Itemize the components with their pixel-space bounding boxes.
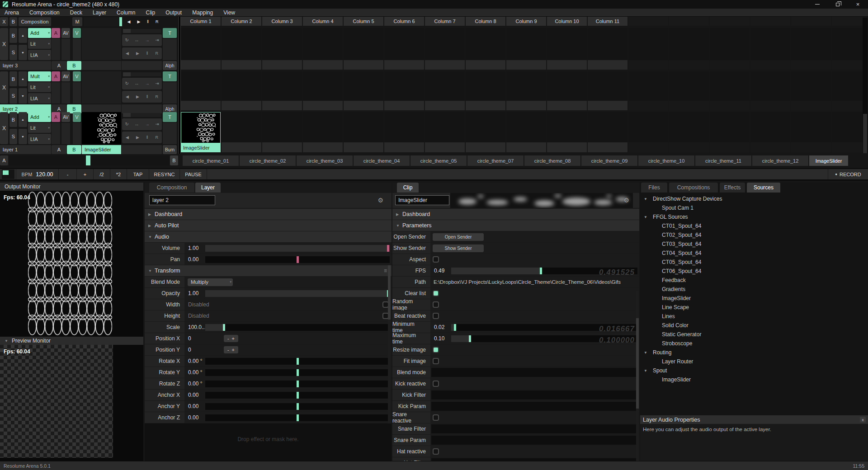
param-slider[interactable]	[205, 403, 390, 410]
clip-cell-empty[interactable]	[669, 71, 709, 101]
clip-cell-empty[interactable]	[710, 28, 750, 60]
param-value[interactable]: 0.02	[430, 324, 451, 330]
param-value[interactable]: 0	[184, 335, 205, 342]
bpm-button-[interactable]: +	[77, 169, 94, 179]
clip-cell-empty[interactable]	[262, 112, 302, 142]
param-slider[interactable]: 0.016667	[451, 324, 637, 331]
param-empty-field[interactable]	[431, 402, 637, 411]
param-empty-field[interactable]	[431, 436, 637, 445]
deck-tab-circle_theme_03[interactable]: circle_theme_03	[297, 155, 353, 166]
bpm-button-2[interactable]: *2	[110, 169, 127, 179]
clip-cell-empty[interactable]	[547, 112, 587, 142]
output-monitor-header[interactable]: Output Monitor	[0, 183, 143, 191]
param-value[interactable]: 0.00 °	[184, 369, 205, 376]
layer-audio-button[interactable]: A	[52, 71, 60, 81]
layer-down-icon[interactable]: ▼	[19, 129, 27, 144]
param-dropdown[interactable]: Multiply▾	[188, 278, 233, 286]
loop-icon[interactable]: ↻	[125, 81, 128, 86]
bounce-icon[interactable]: ↔	[135, 122, 139, 127]
play-once-icon[interactable]: →	[145, 81, 149, 86]
section-dashboard[interactable]: ▶Dashboard	[392, 209, 639, 220]
pause-icon[interactable]: ‖	[147, 19, 149, 24]
clip-cell-empty[interactable]	[425, 112, 465, 142]
checkbox-unchecked[interactable]	[433, 313, 439, 319]
param-value[interactable]: 1.00	[184, 290, 205, 296]
param-value[interactable]: 0.00 °	[184, 381, 205, 387]
composition-master-fader[interactable]	[84, 17, 123, 26]
hold-icon[interactable]: ⇥	[155, 81, 159, 86]
grid-scrollbar[interactable]	[863, 18, 868, 153]
clip-cell-empty[interactable]	[181, 28, 221, 60]
tab-clip[interactable]: Clip	[397, 183, 419, 193]
minus-icon[interactable]: -	[227, 347, 229, 352]
tab-composition[interactable]: Composition	[149, 183, 194, 193]
deck-tab-circle_theme_04[interactable]: circle_theme_04	[354, 155, 410, 166]
clip-cell-empty[interactable]	[262, 71, 302, 101]
column-header-5[interactable]: Column 5	[344, 17, 383, 26]
tree-group-ffgl-sources[interactable]: ▼FFGL Sources	[640, 212, 868, 221]
clip-cell-empty[interactable]	[710, 71, 750, 101]
checkbox-unchecked[interactable]	[433, 414, 439, 421]
slider-handle[interactable]	[387, 245, 389, 252]
clip-cell-empty[interactable]	[791, 28, 831, 60]
crossfader-b-button[interactable]: B	[170, 155, 178, 165]
layer-crossfade-a-button[interactable]: A	[52, 145, 66, 154]
clip-cell-empty[interactable]	[628, 71, 668, 101]
tab-files[interactable]: Files	[641, 183, 667, 193]
clip-cell-empty[interactable]	[425, 28, 465, 60]
deck-tab-circle_theme_09[interactable]: circle_theme_09	[581, 155, 637, 166]
deck-tab-circle_theme_01[interactable]: circle_theme_01	[183, 155, 239, 166]
param-slider[interactable]	[205, 256, 390, 263]
slider-handle[interactable]	[297, 256, 299, 263]
section-auto-pilot[interactable]: ▶Auto Pilot	[145, 220, 392, 231]
column-header-1[interactable]: Column 1	[181, 17, 221, 26]
layer-mode3-dropdown[interactable]: LIA▾	[28, 134, 51, 144]
preview-monitor-header[interactable]: ▼ Preview Monitor	[0, 337, 143, 345]
deck-tab-circle_theme_11[interactable]: circle_theme_11	[695, 155, 751, 166]
composition-button[interactable]: Composition	[19, 17, 51, 26]
slider-handle[interactable]	[454, 324, 456, 331]
pause-icon[interactable]: ‖	[146, 52, 148, 56]
slider-handle[interactable]	[540, 268, 542, 274]
menu-arena[interactable]: Arena	[5, 9, 19, 16]
clip-cell-empty[interactable]	[832, 28, 863, 60]
deck-tab-circle_theme_05[interactable]: circle_theme_05	[410, 155, 467, 166]
clip-cell-empty[interactable]	[791, 112, 831, 142]
checkbox-unchecked[interactable]	[433, 256, 439, 263]
layer-av-button[interactable]: AV	[61, 112, 70, 122]
gear-icon[interactable]: ⚙	[377, 197, 383, 203]
clip-cell-empty[interactable]	[669, 112, 709, 142]
clip-cell-empty[interactable]	[750, 28, 790, 60]
clip-cell-empty[interactable]	[384, 28, 424, 60]
checkbox-unchecked[interactable]	[433, 448, 439, 455]
column-header-2[interactable]: Column 2	[222, 17, 261, 26]
play-backwards-icon[interactable]: ◀	[126, 52, 129, 56]
clip-cell-empty[interactable]	[547, 28, 587, 60]
deck-tab-ImageSlider[interactable]: ImageSlider	[809, 155, 848, 166]
slider-handle[interactable]	[297, 358, 299, 365]
param-slider[interactable]	[205, 381, 390, 387]
clip-cell-empty[interactable]	[628, 112, 668, 142]
clip-cell-empty[interactable]	[791, 71, 831, 101]
close-button[interactable]: ×	[848, 0, 868, 9]
menu-clip[interactable]: Clip	[146, 9, 155, 16]
param-slider[interactable]	[205, 324, 390, 331]
tree-item-lines[interactable]: Lines	[640, 312, 868, 321]
param-value[interactable]: 0.00	[184, 256, 205, 263]
layer-name-input[interactable]: layer 2	[149, 195, 215, 205]
layer-mode2-dropdown[interactable]: Lit▾	[28, 82, 51, 92]
tree-item-layer-router[interactable]: Layer Router	[640, 357, 868, 366]
deck-tab-circle_theme_12[interactable]: circle_theme_12	[752, 155, 808, 166]
clip-cell-empty[interactable]	[506, 112, 546, 142]
clip-cell-empty[interactable]	[344, 112, 383, 142]
bpm-button-2[interactable]: /2	[94, 169, 110, 179]
deck-tab-circle_theme_02[interactable]: circle_theme_02	[240, 155, 296, 166]
clip-cell-empty[interactable]	[344, 28, 383, 60]
section-parameters[interactable]: ▼Parameters	[392, 220, 639, 231]
layer-blend-mode-dropdown[interactable]: Add▾	[28, 112, 51, 122]
checkbox-checked[interactable]	[433, 290, 439, 296]
layer-blend-mode-dropdown[interactable]: Mult▾	[28, 71, 51, 81]
layer-up-icon[interactable]: ▲	[19, 112, 27, 127]
deck-tab-circle_theme_08[interactable]: circle_theme_08	[524, 155, 580, 166]
play-backwards-icon[interactable]: ◀	[127, 19, 130, 24]
